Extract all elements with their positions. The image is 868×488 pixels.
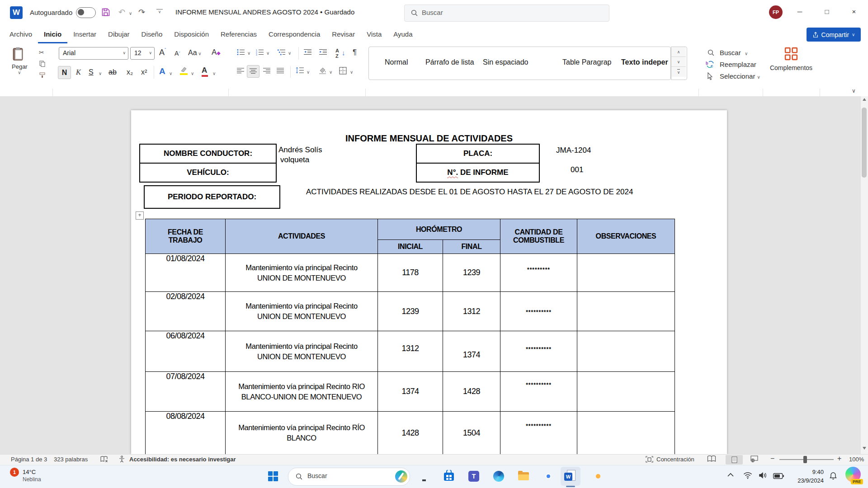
table-move-handle-icon[interactable]: + [136,211,144,220]
style-sin-espaciado[interactable]: Sin espaciado [483,58,528,66]
zoom-in-button[interactable]: + [837,455,841,463]
cell-fuel[interactable]: ********** [500,292,577,331]
cell-final[interactable]: 1239 [443,254,500,292]
font-size-combo[interactable]: 12∨ [130,47,155,60]
line-spacing-button[interactable] [296,67,304,74]
period-label-box[interactable]: PERIODO REPORTADO: [144,185,280,209]
teams-icon[interactable]: T [468,471,479,482]
scroll-up-icon[interactable] [862,98,867,101]
styles-more-button[interactable]: ∨ [671,67,686,77]
addins-button[interactable]: Complementos [769,47,814,71]
styles-scroll-down-button[interactable]: ∨ [671,57,686,67]
cell-initial[interactable]: 1428 [378,412,443,455]
cell-date[interactable]: 02/08/2024 [146,292,226,331]
avatar[interactable]: FP [769,5,783,19]
cell-activity[interactable]: Mantenimiento vía principal Recinto UNIO… [226,292,378,331]
numbering-button[interactable]: 123 [256,49,264,56]
tab-dibujar[interactable]: Dibujar [102,25,136,43]
microsoft-store-icon[interactable] [443,470,454,481]
font-color-button[interactable]: A [202,66,207,75]
tab-revisar[interactable]: Revisar [326,25,361,43]
cell-final[interactable]: 1312 [443,292,500,331]
font-name-combo[interactable]: Arial∨ [59,47,128,60]
proofing-errors-icon[interactable] [100,456,108,463]
cell-activity[interactable]: Mantenimiento vía principal Recinto UNIO… [226,254,378,292]
paste-button[interactable]: Pegar ∨ [12,47,27,75]
weather-badge[interactable]: 1 [10,468,19,477]
style-table-paragraph[interactable]: Table Paragrap [562,58,612,66]
tab-ayuda[interactable]: Ayuda [387,25,418,43]
start-button[interactable] [268,471,278,482]
plate-report-table[interactable]: PLACA: N°. DE INFORME [416,144,540,183]
autosave-toggle[interactable] [76,7,96,18]
word-count[interactable]: 323 palabras [54,456,88,463]
print-layout-selected[interactable] [726,455,743,465]
read-mode-icon[interactable] [707,455,716,462]
period-text[interactable]: ACTIVIDADES REALIZADAS DESDE EL 01 DE AG… [306,187,643,197]
pilcrow-icon[interactable]: ¶ [353,48,357,57]
tray-chevron-up-icon[interactable] [727,473,734,477]
align-right-button[interactable] [263,68,271,74]
shading-button[interactable] [318,67,327,74]
search-highlight-icon[interactable] [395,470,407,483]
tab-correspondencia[interactable]: Correspondencia [263,25,326,43]
wifi-icon[interactable] [743,472,752,479]
save-icon[interactable] [101,8,110,17]
col-header-final[interactable]: FINAL [443,240,500,254]
volume-icon[interactable] [759,472,768,479]
page-indicator[interactable]: Página 1 de 3 [11,456,47,463]
cell-date[interactable]: 06/08/2024 [146,331,226,372]
word-taskbar-icon[interactable]: W [564,473,572,481]
undo-chevron-icon[interactable]: ∨ [129,11,132,16]
cell-initial[interactable]: 1374 [378,372,443,412]
col-header-actividades[interactable]: ACTIVIDADES [226,219,378,254]
zoom-out-button[interactable]: − [770,455,774,463]
cell-activity[interactable]: Mantenimiento vía principal Recinto UNIO… [226,331,378,372]
report-number-value[interactable]: 001 [571,165,583,174]
scrollbar-thumb[interactable] [862,108,867,178]
col-header-fecha[interactable]: FECHA DE TRABAJO [146,219,226,254]
weather-temp[interactable]: 14°C [23,469,36,475]
cell-initial[interactable]: 1178 [378,254,443,292]
col-header-inicial[interactable]: INICIAL [378,240,443,254]
cell-observations[interactable] [577,254,675,292]
justify-button[interactable] [277,68,284,74]
edge-icon[interactable] [493,471,504,482]
cell-date[interactable]: 01/08/2024 [146,254,226,292]
cell-fuel[interactable]: ********** [500,372,577,412]
tab-diseno[interactable]: Diseño [136,25,169,43]
cell-final[interactable]: 1374 [443,331,500,372]
vehicle-label-cell[interactable]: VEHÍCULO: [140,164,276,182]
col-header-combustible[interactable]: CANTIDAD DE COMBUSTIBLE [500,219,577,254]
change-case-button[interactable]: Aa ∨ [188,49,202,57]
cell-date[interactable]: 08/08/2024 [146,412,226,455]
cell-initial[interactable]: 1239 [378,292,443,331]
bullets-chevron-icon[interactable]: ∨ [247,51,250,56]
focus-mode-icon[interactable] [646,456,653,463]
copy-icon[interactable] [39,61,45,67]
cell-fuel[interactable]: ********* [500,254,577,292]
underline-button[interactable]: S [89,68,94,76]
cell-observations[interactable] [577,412,675,455]
multilevel-chevron-icon[interactable]: ∨ [288,51,291,56]
share-button[interactable]: Compartir ∨ [807,28,861,42]
cell-observations[interactable] [577,331,675,372]
zoom-slider-thumb[interactable] [803,456,807,463]
col-header-observaciones[interactable]: OBSERVACIONES [577,219,675,254]
underline-chevron-icon[interactable]: ∨ [99,71,102,76]
zoom-level[interactable]: 100% [849,456,864,463]
tab-insertar[interactable]: Insertar [67,25,102,43]
cell-observations[interactable] [577,292,675,331]
bullets-button[interactable] [237,49,245,56]
undo-icon[interactable]: ↶ [118,7,125,17]
cell-initial[interactable]: 1312 [378,331,443,372]
decrease-indent-button[interactable] [304,49,312,55]
bold-button[interactable]: N [58,66,71,79]
driver-value-line2[interactable]: volqueta [280,155,309,164]
replace-button[interactable]: Reemplazar [720,61,756,68]
tab-inicio[interactable]: Inicio [38,25,67,43]
superscript-button[interactable]: x² [141,68,147,76]
style-normal[interactable]: Normal [385,58,408,66]
subscript-button[interactable]: x₂ [127,68,133,76]
tab-disposicion[interactable]: Disposición [168,25,215,43]
